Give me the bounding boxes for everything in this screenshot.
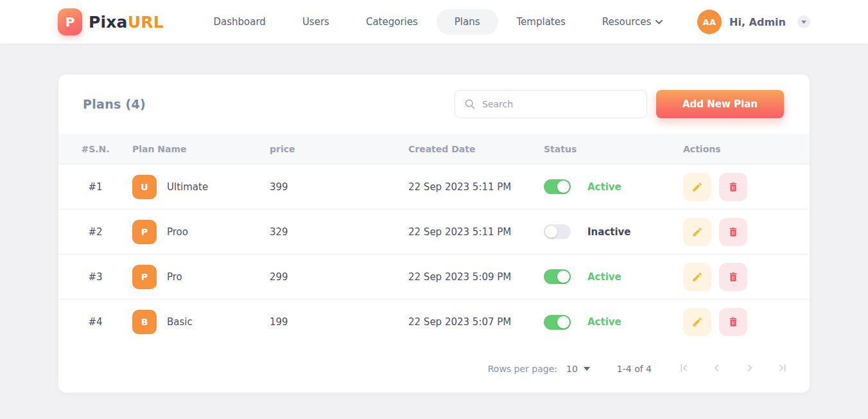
next-page-button[interactable]	[740, 360, 759, 378]
table-footer: Rows per page: 10 1-4 of 4	[58, 344, 810, 393]
pencil-icon	[691, 226, 703, 238]
chevron-down-icon	[655, 20, 663, 24]
user-menu[interactable]: AA Hi, Admin	[697, 10, 810, 34]
page-title: Plans (4)	[83, 97, 446, 111]
toggle-knob	[557, 316, 569, 328]
app-logo[interactable]: P PixaURL	[58, 8, 164, 35]
plan-badge: P	[132, 220, 157, 244]
main-nav: Dashboard Users Categories Plans Templat…	[198, 16, 663, 28]
card-header: Plans (4) Add New Plan	[58, 75, 810, 134]
status-label: Active	[587, 181, 621, 193]
table-header-row: #S.N. Plan Name price Created Date Statu…	[58, 134, 810, 165]
rows-per-page-value: 10	[566, 364, 578, 374]
status-label: Inactive	[587, 226, 631, 238]
actions-cell	[683, 218, 810, 246]
delete-button[interactable]	[719, 263, 747, 291]
edit-button[interactable]	[683, 218, 711, 246]
nav-item-resources-label: Resources	[602, 16, 652, 28]
actions-cell	[683, 173, 810, 201]
avatar: AA	[697, 10, 722, 34]
first-page-button[interactable]	[675, 360, 693, 378]
plans-card: Plans (4) Add New Plan #S.N. Plan Name p…	[58, 75, 810, 393]
nav-item-users[interactable]: Users	[302, 16, 329, 28]
nav-item-categories[interactable]: Categories	[366, 16, 418, 28]
actions-cell	[683, 263, 810, 291]
toggle-knob	[557, 271, 569, 283]
row-created: 22 Sep 2023 5:07 PM	[408, 316, 544, 328]
row-sn: #2	[58, 226, 132, 238]
row-sn: #3	[58, 271, 132, 283]
status-label: Active	[587, 271, 621, 283]
row-sn: #1	[58, 181, 132, 193]
actions-cell	[683, 308, 810, 336]
brand-name-primary: Pixa	[89, 13, 128, 31]
caret-down-icon	[584, 367, 590, 371]
edit-button[interactable]	[683, 173, 711, 201]
pagination-controls	[675, 360, 792, 378]
pencil-icon	[691, 316, 703, 328]
prev-page-button[interactable]	[707, 360, 726, 378]
nav-item-resources[interactable]: Resources	[602, 16, 663, 28]
last-page-button[interactable]	[773, 360, 792, 378]
table-row: #3 P Pro 299 22 Sep 2023 5:09 PM Active	[58, 254, 810, 299]
pencil-icon	[691, 271, 703, 283]
search-box[interactable]	[455, 90, 647, 118]
delete-button[interactable]	[719, 308, 747, 336]
status-toggle[interactable]	[544, 315, 571, 330]
plan-name: Basic	[167, 316, 193, 328]
edit-button[interactable]	[683, 308, 711, 336]
chevron-right-icon	[744, 362, 755, 373]
row-created: 22 Sep 2023 5:11 PM	[408, 181, 544, 193]
row-created: 22 Sep 2023 5:11 PM	[408, 226, 544, 238]
status-toggle[interactable]	[544, 179, 571, 194]
nav-item-plans[interactable]: Plans	[437, 9, 498, 35]
status-toggle[interactable]	[544, 269, 571, 284]
toggle-knob	[557, 181, 569, 193]
table-row: #4 B Basic 199 22 Sep 2023 5:07 PM Activ…	[58, 299, 810, 344]
column-header-sn: #S.N.	[58, 144, 132, 154]
pagination-range: 1-4 of 4	[617, 364, 652, 374]
plan-name-cell: B Basic	[132, 310, 270, 334]
last-page-icon	[777, 362, 788, 373]
status-cell: Active	[544, 269, 683, 284]
row-created: 22 Sep 2023 5:09 PM	[408, 271, 544, 283]
edit-button[interactable]	[683, 263, 711, 291]
plan-name-cell: U Ultimate	[132, 175, 270, 199]
pencil-icon	[691, 181, 703, 193]
rows-per-page-label: Rows per page:	[488, 364, 557, 374]
logo-text: PixaURL	[89, 13, 164, 31]
rows-per-page-select[interactable]: 10	[566, 364, 590, 374]
trash-icon	[727, 226, 739, 238]
user-greeting: Hi, Admin	[729, 16, 786, 28]
status-cell: Active	[544, 315, 683, 330]
delete-button[interactable]	[719, 218, 747, 246]
row-price: 399	[270, 181, 408, 193]
nav-item-dashboard[interactable]: Dashboard	[214, 16, 266, 28]
column-header-price: price	[270, 144, 408, 154]
nav-item-templates[interactable]: Templates	[517, 16, 566, 28]
column-header-plan-name: Plan Name	[132, 144, 270, 154]
table-row: #1 U Ultimate 399 22 Sep 2023 5:11 PM Ac…	[58, 165, 810, 209]
trash-icon	[727, 271, 739, 283]
column-header-status: Status	[544, 144, 683, 154]
search-input[interactable]	[482, 99, 638, 109]
add-new-plan-button[interactable]: Add New Plan	[656, 90, 784, 118]
row-price: 329	[270, 226, 408, 238]
trash-icon	[727, 181, 739, 193]
status-label: Active	[587, 316, 621, 328]
status-cell: Active	[544, 179, 683, 194]
table-body: #1 U Ultimate 399 22 Sep 2023 5:11 PM Ac…	[58, 165, 810, 344]
plan-name-cell: P Pro	[132, 265, 270, 289]
plan-badge: B	[132, 310, 157, 334]
status-toggle[interactable]	[544, 224, 571, 239]
brand-name-accent: URL	[128, 13, 164, 31]
chevron-left-icon	[711, 362, 722, 373]
column-header-created-date: Created Date	[408, 144, 544, 154]
status-cell: Inactive	[544, 224, 683, 239]
trash-icon	[727, 316, 739, 328]
user-dropdown-button[interactable]	[797, 15, 810, 28]
column-header-actions: Actions	[683, 144, 810, 154]
search-icon	[464, 98, 476, 110]
delete-button[interactable]	[719, 173, 747, 201]
table-row: #2 P Proo 329 22 Sep 2023 5:11 PM Inacti…	[58, 209, 810, 254]
